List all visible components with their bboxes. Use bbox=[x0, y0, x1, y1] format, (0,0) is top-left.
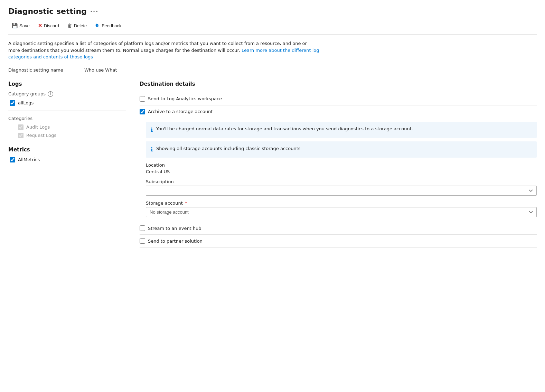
subscription-dropdown[interactable] bbox=[146, 186, 537, 196]
main-content: Logs Category groups i allLogs Categorie… bbox=[8, 81, 537, 248]
feedback-label: Feedback bbox=[102, 23, 121, 28]
feedback-button[interactable]: 🗣 Feedback bbox=[92, 21, 125, 30]
event-hub-checkbox[interactable] bbox=[140, 225, 145, 231]
categories-label: Categories bbox=[8, 116, 126, 121]
log-analytics-label: Send to Log Analytics workspace bbox=[148, 96, 222, 101]
audit-logs-label: Audit Logs bbox=[26, 124, 50, 130]
request-logs-checkbox[interactable] bbox=[18, 133, 24, 138]
audit-logs-checkbox[interactable] bbox=[18, 124, 24, 130]
toolbar: 💾 Save ✕ Discard 🗑 Delete 🗣 Feedback bbox=[8, 21, 537, 35]
partner-label: Send to partner solution bbox=[148, 239, 203, 244]
right-panel: Destination details Send to Log Analytic… bbox=[140, 81, 537, 248]
all-logs-checkbox[interactable] bbox=[10, 100, 15, 106]
location-value: Central US bbox=[146, 169, 537, 174]
page-title: Diagnostic setting ··· bbox=[8, 7, 537, 16]
location-label: Location bbox=[146, 162, 537, 168]
partner-row: Send to partner solution bbox=[140, 235, 537, 248]
destination-title: Destination details bbox=[140, 81, 537, 87]
save-icon: 💾 bbox=[12, 23, 18, 28]
delete-button[interactable]: 🗑 Delete bbox=[64, 21, 91, 30]
delete-label: Delete bbox=[74, 23, 87, 28]
archive-checkbox[interactable] bbox=[140, 109, 145, 114]
setting-name-row: Diagnostic setting name Who use What bbox=[8, 67, 537, 73]
archive-section: ℹ You'll be charged normal data rates fo… bbox=[140, 122, 537, 217]
storage-account-dropdown[interactable]: No storage account bbox=[146, 207, 537, 217]
more-options-icon[interactable]: ··· bbox=[90, 8, 98, 15]
feedback-icon: 🗣 bbox=[95, 23, 100, 28]
storage-info-box-2: ℹ Showing all storage accounts including… bbox=[146, 141, 537, 158]
setting-name-label: Diagnostic setting name bbox=[8, 67, 77, 73]
subscription-group: Subscription bbox=[146, 179, 537, 196]
request-logs-row: Request Logs bbox=[18, 133, 126, 138]
discard-icon: ✕ bbox=[38, 23, 42, 28]
metrics-section-title: Metrics bbox=[8, 147, 126, 153]
partner-checkbox[interactable] bbox=[140, 238, 145, 244]
save-label: Save bbox=[19, 23, 30, 28]
required-indicator: * bbox=[185, 200, 187, 206]
discard-button[interactable]: ✕ Discard bbox=[35, 21, 63, 30]
all-metrics-row: AllMetrics bbox=[10, 157, 126, 162]
event-hub-label: Stream to an event hub bbox=[148, 226, 201, 231]
subscription-label: Subscription bbox=[146, 179, 537, 184]
discard-label: Discard bbox=[44, 23, 59, 28]
all-metrics-label: AllMetrics bbox=[18, 157, 40, 162]
storage-account-group: Storage account * No storage account bbox=[146, 200, 537, 217]
archive-label: Archive to a storage account bbox=[148, 109, 213, 114]
logs-section-title: Logs bbox=[8, 81, 126, 87]
all-logs-row: allLogs bbox=[10, 100, 126, 106]
info-box-1-text: You'll be charged normal data rates for … bbox=[156, 126, 413, 132]
storage-info-box-1: ℹ You'll be charged normal data rates fo… bbox=[146, 122, 537, 138]
delete-icon: 🗑 bbox=[67, 23, 72, 28]
logs-divider bbox=[8, 111, 126, 111]
log-analytics-row: Send to Log Analytics workspace bbox=[140, 93, 537, 105]
info-icon-1: ℹ bbox=[151, 126, 153, 134]
request-logs-label: Request Logs bbox=[26, 133, 56, 138]
log-analytics-checkbox[interactable] bbox=[140, 96, 145, 102]
category-groups-text: Category groups bbox=[8, 91, 46, 96]
category-groups-label: Category groups i bbox=[8, 91, 126, 97]
all-logs-label: allLogs bbox=[18, 100, 34, 105]
page-title-text: Diagnostic setting bbox=[8, 7, 87, 16]
category-groups-info-icon[interactable]: i bbox=[48, 91, 53, 97]
audit-logs-row: Audit Logs bbox=[18, 124, 126, 130]
info-box-2-text: Showing all storage accounts including c… bbox=[156, 146, 300, 152]
storage-account-label-text: Storage account bbox=[146, 200, 183, 206]
event-hub-row: Stream to an event hub bbox=[140, 222, 537, 235]
storage-account-label: Storage account * bbox=[146, 200, 537, 206]
info-icon-2: ℹ bbox=[151, 146, 153, 153]
location-group: Location Central US bbox=[146, 162, 537, 174]
save-button[interactable]: 💾 Save bbox=[8, 21, 33, 30]
all-metrics-checkbox[interactable] bbox=[10, 157, 15, 162]
archive-row: Archive to a storage account bbox=[140, 105, 537, 118]
setting-name-value: Who use What bbox=[84, 67, 117, 73]
left-panel: Logs Category groups i allLogs Categorie… bbox=[8, 81, 126, 165]
description-text: A diagnostic setting specifies a list of… bbox=[8, 40, 319, 60]
